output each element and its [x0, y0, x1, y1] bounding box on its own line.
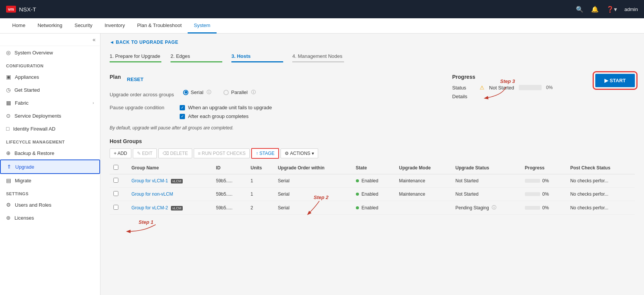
checkbox-row-1: ✓ When an upgrade unit fails to upgrade — [180, 105, 272, 110]
col-progress: Progress — [521, 162, 566, 174]
checkbox-1[interactable]: ✓ — [180, 105, 185, 110]
fabric-icon: ▦ — [6, 100, 11, 106]
nav-inventory[interactable]: Inventory — [99, 18, 131, 33]
back-to-upgrade-link[interactable]: ◄ BACK TO UPGRADE PAGE — [110, 40, 635, 45]
sidebar-item-get-started[interactable]: ◷ Get Started — [0, 83, 100, 96]
warning-icon: ⚠ — [480, 85, 485, 91]
col-id: ID — [212, 162, 247, 174]
state-dot-1 — [356, 179, 359, 182]
step-1[interactable]: 1. Prepare for Upgrade — [110, 51, 171, 65]
delete-button[interactable]: ⌫ DELETE — [158, 148, 192, 158]
sidebar-item-fabric[interactable]: ▦ Fabric › — [0, 96, 100, 109]
upgrade-icon: ⇑ — [7, 164, 11, 170]
run-post-checks-button[interactable]: ≡ RUN POST CHECKS — [194, 148, 250, 158]
step-4[interactable]: 4. Management Nodes — [292, 51, 353, 65]
appliances-icon: ▣ — [6, 74, 11, 80]
step-2[interactable]: 2. Edges — [171, 51, 231, 65]
row-id-1: 59b5..... — [212, 174, 247, 188]
row-id-2: 59b5..... — [212, 188, 247, 201]
step1-arrow — [127, 225, 156, 231]
add-button[interactable]: + ADD — [110, 148, 131, 158]
row-post-check-2: No checks perfor... — [566, 188, 635, 201]
group-link-3[interactable]: Group for vLCM-2 — [131, 205, 168, 210]
search-icon[interactable]: 🔍 — [576, 6, 583, 13]
row-units-3: 2 — [247, 201, 274, 215]
sidebar-item-identity-firewall-ad[interactable]: □ Identity Firewall AD — [0, 122, 100, 135]
parallel-label: Parallel — [231, 89, 247, 95]
sidebar-item-system-overview[interactable]: ◎ System Overview — [0, 46, 100, 59]
migrate-icon: ▤ — [6, 177, 11, 183]
table-header-row: Group Name ID Units Upgrade Order within… — [110, 162, 635, 174]
row-group-name-3: Group for vLCM-2 vLCM — [128, 201, 212, 215]
upgrade-order-radios: Serial ⓘ Parallel ⓘ — [183, 89, 256, 96]
step-4-label: 4. Management Nodes — [292, 53, 344, 62]
start-button[interactable]: ▶ START — [595, 74, 635, 87]
service-deployments-icon: ⊙ — [6, 113, 11, 119]
row-post-check-3: No checks perfor... — [566, 201, 635, 215]
status-label: Status — [452, 85, 475, 91]
host-groups-table: Group Name ID Units Upgrade Order within… — [110, 162, 635, 215]
vlcm-badge-1: vLCM — [171, 179, 183, 183]
row-1-checkbox[interactable] — [113, 178, 118, 183]
parallel-info-icon[interactable]: ⓘ — [251, 89, 256, 96]
row-2-checkbox[interactable] — [113, 191, 118, 196]
top-nav-right: 🔍 🔔 ❓▾ admin — [576, 6, 638, 13]
host-groups-title: Host Groups — [110, 138, 635, 144]
upgrade-order-label: Upgrade order across groups — [110, 92, 174, 97]
sidebar-item-label: Appliances — [15, 74, 39, 80]
start-btn-wrap: ▶ START — [595, 74, 635, 87]
fabric-chevron-icon: › — [92, 100, 94, 105]
serial-radio[interactable]: Serial ⓘ — [183, 89, 211, 96]
step-3[interactable]: 3. Hosts — [231, 51, 292, 65]
group-link-2[interactable]: Group for non-vLCM — [131, 191, 173, 197]
nav-networking[interactable]: Networking — [32, 18, 69, 33]
sidebar-item-service-deployments[interactable]: ⊙ Service Deployments — [0, 109, 100, 122]
group-link-1[interactable]: Group for vLCM-1 — [131, 178, 168, 183]
step-1-label: 1. Prepare for Upgrade — [110, 53, 161, 62]
checkbox-2[interactable]: ✓ — [180, 114, 185, 119]
system-overview-icon: ◎ — [6, 49, 11, 56]
row-3-checkbox[interactable] — [113, 205, 118, 210]
backup-restore-icon: ⊕ — [6, 150, 11, 156]
sidebar-collapse-btn[interactable]: « — [92, 37, 96, 43]
nav-home[interactable]: Home — [6, 18, 32, 33]
edit-button[interactable]: ✎ EDIT — [133, 148, 157, 158]
nav-plan-troubleshoot[interactable]: Plan & Troubleshoot — [131, 18, 188, 33]
row-progress-2: 0% — [521, 188, 566, 201]
actions-button[interactable]: ⚙ ACTIONS ▾ — [281, 148, 318, 158]
pending-staging-info-icon[interactable]: ⓘ — [492, 204, 496, 211]
sidebar-item-licenses[interactable]: ⊛ Licenses — [0, 211, 100, 224]
sidebar-item-users-roles[interactable]: ⚙ Users and Roles — [0, 198, 100, 211]
nav-security[interactable]: Security — [69, 18, 99, 33]
sidebar-header: « — [0, 33, 100, 46]
sidebar-item-label: Fabric — [15, 100, 29, 106]
admin-label[interactable]: admin — [625, 6, 638, 12]
sidebar-item-appliances[interactable]: ▣ Appliances — [0, 70, 100, 83]
step1-annotation-text: Step 1 — [139, 219, 153, 225]
table-row: Group for vLCM-1 vLCM 59b5..... 1 Serial… — [110, 174, 635, 188]
sidebar-item-backup-restore[interactable]: ⊕ Backup & Restore — [0, 147, 100, 159]
plan-reset-link[interactable]: RESET — [127, 77, 143, 82]
nav-system[interactable]: System — [188, 18, 216, 33]
sidebar-item-label: Licenses — [14, 215, 34, 221]
sidebar-item-migrate[interactable]: ▤ Migrate — [0, 174, 100, 187]
row-state-1: Enabled — [352, 174, 395, 188]
help-icon[interactable]: ❓▾ — [606, 6, 617, 13]
select-all-checkbox[interactable] — [113, 165, 118, 170]
plan-title: Plan — [110, 74, 121, 80]
stage-button[interactable]: ↑ STAGE — [251, 148, 279, 159]
serial-label: Serial — [191, 89, 203, 95]
checkbox-2-label: After each group completes — [188, 113, 249, 119]
sidebar-item-label: Get Started — [14, 87, 40, 93]
serial-info-icon[interactable]: ⓘ — [207, 89, 211, 96]
row-group-name-2: Group for non-vLCM — [128, 188, 212, 201]
licenses-icon: ⊛ — [6, 215, 11, 221]
parallel-radio[interactable]: Parallel ⓘ — [223, 89, 255, 96]
vm-logo-box: vm — [6, 6, 16, 13]
not-started-text: Not Started — [489, 85, 514, 91]
bell-icon[interactable]: 🔔 — [591, 6, 599, 13]
progress-section: Progress Status ⚠ Not Started 0% Details — [452, 74, 574, 102]
details-label: Details — [452, 94, 475, 99]
row-progress-1: 0% — [521, 174, 566, 188]
sidebar-item-upgrade[interactable]: ⇑ Upgrade — [0, 159, 100, 174]
